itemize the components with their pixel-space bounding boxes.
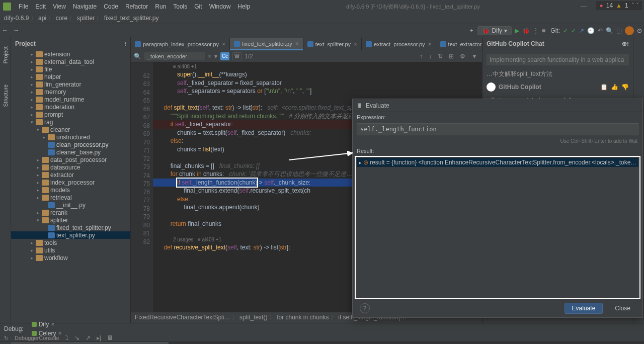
crumb[interactable]: api [38,15,46,22]
crumb[interactable]: splitter [77,15,95,22]
editor-tab[interactable]: paragraph_index_processor.py× [131,38,230,50]
crumb[interactable]: dify-0.6.9 [4,15,29,22]
find-history-icon[interactable]: ▾ [214,53,217,60]
tree-item[interactable]: ▾rag [11,118,130,126]
tab-close-icon[interactable]: × [222,41,225,48]
back-icon[interactable]: ← [2,27,10,35]
search-icon[interactable]: 🔍 [606,27,613,34]
add-selection-icon[interactable]: ⊞ [447,53,455,60]
menu-window[interactable]: Window [206,2,234,11]
menu-navigate[interactable]: Navigate [69,2,100,11]
breadcrumb-item[interactable]: FixedRecursiveCharacterTextSpli… [135,314,230,321]
tree-item[interactable]: ▸unstructured [11,133,130,141]
thumbs-down-icon[interactable]: 👎 [621,83,629,91]
git-push-icon[interactable]: ↗ [579,27,584,34]
tree-item[interactable]: ▸prompt [11,111,130,118]
tab-close-icon[interactable]: × [354,41,357,48]
copilot-new-icon[interactable]: ⊕ [622,40,627,47]
menu-tools[interactable]: Tools [170,2,191,11]
copilot-search[interactable]: Implementing search functionality in a w… [487,54,629,65]
tree-item[interactable]: ▸memory [11,88,130,96]
run-config-select[interactable]: 🐞 Dify ▾ [477,26,512,35]
tree-item[interactable]: ▸file [11,65,130,73]
editor-tab[interactable]: text_extractor.py× [436,38,482,50]
menu-git[interactable]: Git [191,2,205,11]
menu-code[interactable]: Code [100,2,122,11]
debug-button[interactable]: 🐞 [522,27,530,34]
project-tool-tab[interactable]: Project [3,53,9,64]
step-out-icon[interactable]: ↗ [86,334,91,341]
menu-file[interactable]: File [15,2,32,11]
tree-item[interactable]: ▸helper [11,73,130,80]
result-tree[interactable]: ▸ ⊜ result = {function} <function Enhanc… [355,156,640,299]
tree-item[interactable]: ▸models [11,186,130,194]
tree-item[interactable]: ▸data_post_processor [11,156,130,163]
tree-item[interactable]: ▸external_data_tool [11,58,130,65]
git-commit-icon[interactable]: ✓ [571,27,576,34]
forward-icon[interactable]: → [13,27,21,35]
tree-item[interactable]: ▸extension [11,50,130,58]
minimize-button[interactable]: — [573,3,595,10]
tree-item[interactable]: ▸datasource [11,163,130,171]
thumbs-up-icon[interactable]: 👍 [611,83,618,91]
resume-icon[interactable]: ▶ [0,342,11,344]
select-all-icon[interactable]: ⇅ [436,53,444,60]
copy-icon[interactable]: 📋 [600,83,608,91]
rollback-icon[interactable]: ↶ [598,27,603,34]
tree-item[interactable]: ▸rerank [11,209,130,216]
add-config-icon[interactable]: ＋ [468,26,474,35]
menu-refactor[interactable]: Refactor [122,2,151,11]
tree-item[interactable]: ▾splitter [11,216,130,224]
expression-input[interactable]: self._length_function [357,123,638,135]
find-clear-icon[interactable]: × [208,53,211,60]
words-toggle[interactable]: W [232,52,242,60]
next-match-icon[interactable]: ↓ [427,53,433,60]
tree-item[interactable]: fixed_text_splitter.py [11,224,130,231]
filter-icon[interactable]: ⚙ [458,53,467,60]
tree-item[interactable]: ▸model_runtime [11,96,130,103]
tree-item[interactable]: ▾cleaner [11,126,130,133]
tree-item[interactable]: ▸index_processor [11,179,130,186]
tree-item[interactable]: ▸utils [11,246,130,254]
git-history-icon[interactable]: 🕘 [587,27,595,34]
breadcrumb-item[interactable]: split_text() [239,314,267,321]
filter2-icon[interactable]: ▼ [470,53,479,60]
tree-item[interactable]: ▸moderation [11,103,130,111]
structure-tool-tab[interactable]: Structure [3,97,9,107]
tab-close-icon[interactable]: × [295,40,299,47]
debug-session-tab[interactable]: Dify × [29,320,65,329]
copilot-icon[interactable]: ⊙ [637,27,642,34]
evaluate-icon[interactable]: 🖩 [107,334,113,341]
crumb[interactable]: core [56,15,67,22]
run-to-cursor-icon[interactable]: ▸| [97,334,101,341]
step-over-icon[interactable]: ⤵ [65,334,68,341]
rerun-icon[interactable]: ↻ [4,335,9,341]
close-button[interactable]: Close [608,303,637,313]
crumb[interactable]: fixed_text_splitter.py [104,15,159,22]
help-icon[interactable]: ? [360,303,370,313]
debug-subtab[interactable]: Console [39,335,59,341]
tree-item[interactable]: text_splitter.py [11,231,130,239]
menu-view[interactable]: View [49,2,69,11]
editor-tab[interactable]: text_splitter.py× [303,38,362,50]
editor-tab[interactable]: fixed_text_splitter.py× [230,38,303,50]
tree-item[interactable]: __init__.py [11,201,130,209]
run-button[interactable]: ▶ [515,27,519,34]
stop-button[interactable]: ■ [542,27,545,34]
avatar-icon[interactable] [625,26,634,35]
prev-match-icon[interactable]: ↑ [418,53,424,60]
tab-close-icon[interactable]: × [428,41,432,48]
step-into-icon[interactable]: ↘ [74,334,79,341]
tree-item[interactable]: ▸retrieval [11,194,130,201]
project-settings-icon[interactable]: ⁝ [124,40,126,47]
tree-item[interactable]: ▸extractor [11,171,130,179]
editor-tab[interactable]: extract_processor.py× [362,38,436,50]
more-run-icon[interactable]: ⋮ [533,27,539,34]
find-input[interactable] [144,52,205,60]
copilot-more-icon[interactable]: ⁝ [627,40,629,47]
evaluate-button[interactable]: Evaluate [565,303,603,314]
git-update-icon[interactable]: ✓ [563,27,568,34]
breadcrumb-item[interactable]: for chunk in chunks [277,314,329,321]
menu-edit[interactable]: Edit [32,2,49,11]
debug-subtab[interactable]: Debugger [15,335,39,341]
